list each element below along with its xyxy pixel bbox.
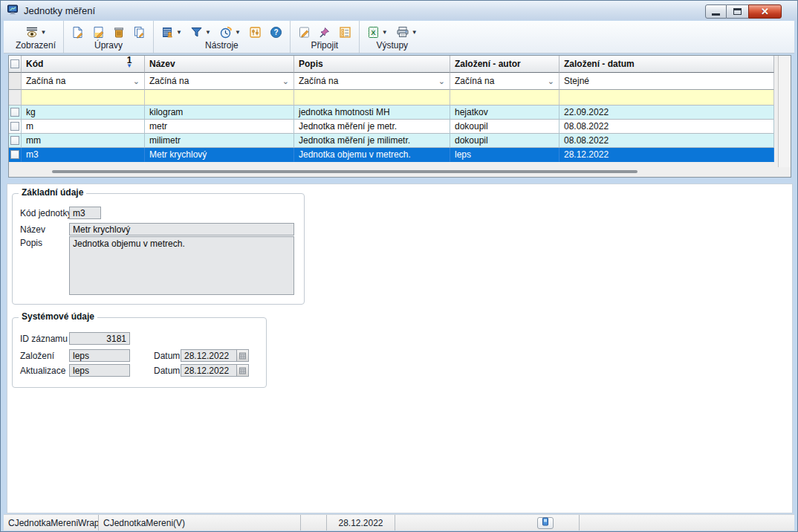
new-record-cell-1[interactable] (145, 90, 294, 106)
cell-desc[interactable]: jednotka hmotnosti MH (294, 106, 450, 120)
created-by-field[interactable]: leps (69, 349, 130, 362)
delete-record-button[interactable] (113, 26, 125, 39)
dropdown-arrow-icon[interactable]: ▼ (41, 29, 47, 36)
chevron-down-icon[interactable]: ⌄ (282, 77, 289, 85)
column-header-1[interactable]: Název (145, 56, 294, 73)
system-data-legend: Systémové údaje (19, 311, 97, 322)
settings-button[interactable] (249, 26, 262, 39)
statusbar-text: CJednotkaMereniWrapp (8, 518, 99, 528)
view-menu-button[interactable]: ▼ (25, 26, 47, 39)
created-date-picker-button[interactable] (237, 349, 249, 362)
checklist-button[interactable] (339, 26, 351, 39)
filter-button[interactable]: ▼ (190, 26, 211, 38)
minimize-button[interactable] (705, 4, 727, 19)
unit-name-field[interactable]: Metr krychlový (69, 223, 294, 236)
horizontal-scrollbar[interactable] (10, 168, 774, 175)
unit-desc-field[interactable]: Jednotka objemu v metrech. (69, 236, 294, 295)
row-checkbox[interactable] (10, 122, 19, 131)
filter-operator-value: Začíná na (299, 76, 338, 86)
created-date-field[interactable]: 28.12.2022 (181, 349, 237, 362)
chevron-down-icon[interactable]: ⌄ (548, 77, 554, 85)
dropdown-arrow-icon[interactable]: ▼ (235, 29, 241, 36)
cell-date[interactable]: 08.08.2022 (559, 120, 774, 134)
cell-author[interactable]: leps (450, 148, 559, 162)
column-header-2[interactable]: Popis (294, 56, 450, 73)
new-record-cell-4[interactable] (559, 90, 774, 106)
cell-date[interactable]: 08.08.2022 (559, 134, 774, 148)
updated-date-picker-button[interactable] (237, 364, 249, 377)
excel-export-button[interactable]: X▼ (367, 26, 388, 39)
grid-filter-row: Začíná na⌄Začíná na⌄Začíná na⌄Začíná na⌄… (9, 73, 791, 90)
statusbar-panel-button[interactable] (537, 517, 554, 529)
filter-operator-value: Začíná na (149, 76, 189, 86)
copy-record-button[interactable] (133, 26, 146, 39)
cell-author[interactable]: hejatkov (450, 106, 559, 120)
cell-author[interactable]: dokoupil (450, 120, 559, 134)
row-checkbox[interactable] (10, 136, 19, 145)
column-header-4[interactable]: Založení - datum (559, 56, 774, 73)
row-selector-cell[interactable] (9, 90, 22, 106)
horizontal-scrollbar-thumb[interactable] (52, 170, 638, 173)
vertical-scrollbar[interactable] (778, 56, 791, 167)
edit-record-icon (92, 26, 105, 39)
cell-name[interactable]: kilogram (145, 106, 294, 120)
cell-code[interactable]: m3 (22, 148, 145, 162)
row-selector-cell[interactable] (9, 134, 22, 148)
row-checkbox[interactable] (10, 150, 19, 159)
chevron-down-icon[interactable]: ⌄ (438, 77, 445, 85)
filter-operator-select-3[interactable]: Začíná na⌄ (450, 73, 559, 90)
history-button[interactable]: ▼ (219, 26, 241, 39)
cell-desc[interactable]: Jednotka objemu v metrech. (294, 148, 450, 162)
grid-row-kg[interactable]: kgkilogramjednotka hmotnosti MHhejatkov2… (9, 106, 791, 120)
row-selector-cell[interactable] (9, 56, 22, 73)
grid-row-m[interactable]: mmetrJednotka měření je metr.dokoupil08.… (9, 120, 791, 134)
dropdown-arrow-icon[interactable]: ▼ (176, 29, 182, 36)
cell-name[interactable]: metr (145, 120, 294, 134)
updated-date-field[interactable]: 28.12.2022 (181, 364, 237, 377)
dropdown-arrow-icon[interactable]: ▼ (382, 29, 388, 36)
cell-name[interactable]: Metr krychlový (145, 148, 294, 162)
maximize-button[interactable] (727, 4, 748, 19)
chevron-down-icon[interactable]: ⌄ (133, 77, 140, 85)
cell-code[interactable]: kg (22, 106, 145, 120)
cell-desc[interactable]: Jednotka měření je milimetr. (294, 134, 450, 148)
filter-operator-select-1[interactable]: Začíná na⌄ (145, 73, 294, 90)
new-record-cell-2[interactable] (294, 90, 450, 106)
row-selector-cell[interactable] (9, 120, 22, 134)
cell-name[interactable]: milimetr (145, 134, 294, 148)
grid-row-m3[interactable]: m3Metr krychlovýJednotka objemu v metrec… (9, 148, 791, 162)
print-button[interactable]: ▼ (396, 26, 418, 38)
updated-by-field[interactable]: leps (69, 364, 130, 377)
close-button[interactable]: ✕ (748, 4, 782, 19)
edit-record-button[interactable] (92, 26, 105, 39)
note-button[interactable] (298, 26, 311, 39)
filter-operator-select-0[interactable]: Začíná na⌄ (22, 73, 145, 90)
data-tools-button[interactable]: ▼ (161, 26, 182, 39)
select-all-checkbox[interactable] (10, 59, 19, 68)
pin-button[interactable] (319, 26, 331, 39)
row-checkbox[interactable] (10, 108, 19, 117)
help-button[interactable]: ? (270, 26, 282, 39)
cell-date[interactable]: 22.09.2022 (559, 106, 774, 120)
cell-desc[interactable]: Jednotka měření je metr. (294, 120, 450, 134)
cell-author[interactable]: dokoupil (450, 134, 559, 148)
row-selector-cell[interactable] (9, 73, 22, 90)
grid-row-mm[interactable]: mmmilimetrJednotka měření je milimetr.do… (9, 134, 791, 148)
cell-code[interactable]: mm (22, 134, 145, 148)
record-id-field[interactable]: 3181 (69, 332, 130, 345)
cell-date[interactable]: 28.12.2022 (559, 148, 774, 162)
column-header-3[interactable]: Založení - autor (450, 56, 559, 73)
new-record-cell-3[interactable] (450, 90, 559, 106)
column-header-0[interactable]: Kód1▼ (22, 56, 145, 73)
filter-operator-select-4[interactable]: Stejné (559, 73, 774, 90)
new-record-button[interactable] (71, 26, 84, 39)
grid-new-record-row[interactable] (9, 90, 791, 106)
filter-operator-select-2[interactable]: Začíná na⌄ (294, 73, 450, 90)
dropdown-arrow-icon[interactable]: ▼ (205, 29, 211, 36)
row-selector-cell[interactable] (9, 106, 22, 120)
new-record-cell-0[interactable] (22, 90, 145, 106)
unit-code-field[interactable]: m3 (69, 207, 101, 219)
dropdown-arrow-icon[interactable]: ▼ (412, 29, 418, 36)
row-selector-cell[interactable] (9, 148, 22, 162)
cell-code[interactable]: m (22, 120, 145, 134)
